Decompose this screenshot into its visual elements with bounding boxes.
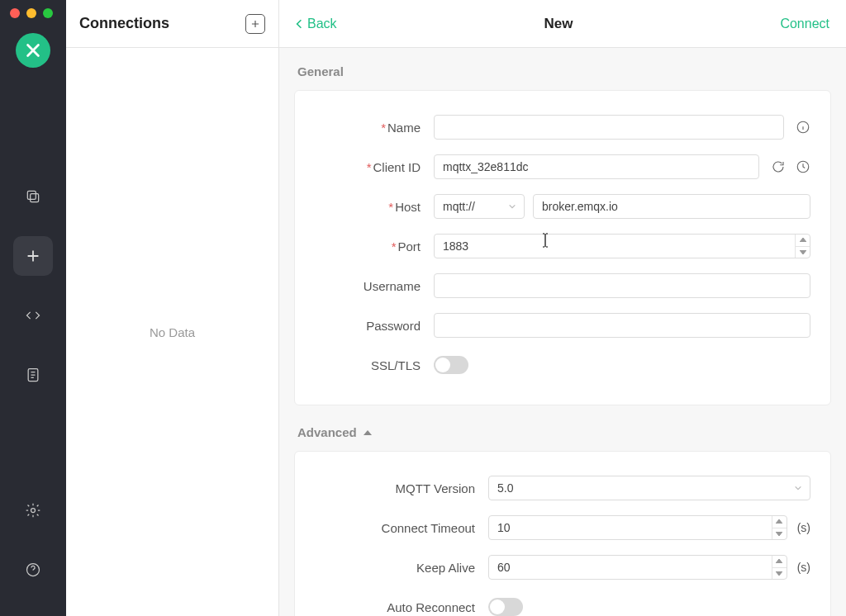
logo-x-icon xyxy=(24,41,42,59)
connections-empty: No Data xyxy=(66,48,278,616)
caret-down-icon xyxy=(776,571,782,576)
scheme-select[interactable] xyxy=(434,194,525,219)
host-label-text: Host xyxy=(395,200,421,214)
nav-script-icon[interactable] xyxy=(13,296,53,335)
window-traffic-lights xyxy=(10,8,53,18)
mqtt-version-select[interactable] xyxy=(488,476,810,500)
caret-up-icon xyxy=(364,430,372,435)
row-username: Username xyxy=(315,268,810,304)
app-logo xyxy=(16,33,50,68)
copy-icon xyxy=(25,188,41,205)
ct-step-down[interactable] xyxy=(772,528,787,540)
username-label: Username xyxy=(315,279,434,293)
port-label-text: Port xyxy=(397,239,421,254)
keep-alive-stepper[interactable] xyxy=(772,556,787,579)
port-label: *Port xyxy=(315,239,434,254)
clientid-label: *Client ID xyxy=(315,160,434,174)
plus-small-icon xyxy=(250,18,261,30)
keep-alive-input[interactable] xyxy=(488,555,787,580)
info-icon[interactable] xyxy=(796,120,810,135)
keep-alive-label: Keep Alive xyxy=(315,561,488,575)
connections-title: Connections xyxy=(79,15,169,32)
minimize-window-button[interactable] xyxy=(26,8,36,18)
connect-timeout-input[interactable] xyxy=(488,515,787,540)
connections-header: Connections xyxy=(66,0,278,48)
clock-icon[interactable] xyxy=(796,159,810,174)
nav-help[interactable] xyxy=(13,550,53,590)
clientid-input[interactable] xyxy=(434,154,759,179)
svg-rect-1 xyxy=(31,194,39,202)
row-client-id: *Client ID xyxy=(315,149,810,185)
port-stepper[interactable] xyxy=(795,235,810,258)
scheme-value[interactable] xyxy=(434,194,525,219)
connect-button[interactable]: Connect xyxy=(780,17,829,31)
back-button[interactable]: Back xyxy=(296,17,337,31)
password-label: Password xyxy=(315,319,434,333)
row-port: *Port xyxy=(315,228,810,264)
port-step-down[interactable] xyxy=(796,246,810,258)
nav-copy-icon[interactable] xyxy=(13,177,53,216)
ka-step-up[interactable] xyxy=(772,556,787,567)
file-icon xyxy=(25,367,41,383)
port-step-up[interactable] xyxy=(796,235,810,246)
back-label: Back xyxy=(307,17,337,31)
svg-point-3 xyxy=(31,509,36,513)
name-input[interactable] xyxy=(434,115,784,140)
name-label: *Name xyxy=(315,121,434,135)
ct-unit: (s) xyxy=(797,521,810,534)
row-connect-timeout: Connect Timeout (s) xyxy=(315,509,810,546)
advanced-card: MQTT Version Connect Timeout xyxy=(294,451,831,616)
detail-body: General *Name *Client ID xyxy=(279,48,846,616)
port-input[interactable] xyxy=(434,234,810,258)
refresh-icon[interactable] xyxy=(771,159,786,174)
connect-timeout-stepper[interactable] xyxy=(772,516,787,539)
mqtt-version-label: MQTT Version xyxy=(315,481,488,495)
plus-icon xyxy=(24,247,42,265)
code-icon xyxy=(25,307,41,324)
ssl-toggle[interactable] xyxy=(434,356,468,374)
detail-panel: Back New Connect General *Name *Client I… xyxy=(279,0,846,616)
ssl-label: SSL/TLS xyxy=(315,358,434,372)
zoom-window-button[interactable] xyxy=(43,8,53,18)
add-connection-button[interactable] xyxy=(245,14,265,34)
chevron-left-icon xyxy=(296,18,302,30)
mqtt-version-value[interactable] xyxy=(488,476,810,500)
row-host: *Host xyxy=(315,188,810,225)
host-label: *Host xyxy=(315,200,434,214)
advanced-section-label[interactable]: Advanced xyxy=(297,425,831,439)
help-icon xyxy=(25,562,41,578)
caret-down-icon xyxy=(776,532,782,536)
connections-panel: Connections No Data xyxy=(66,0,279,616)
host-input[interactable] xyxy=(533,194,810,219)
ka-unit: (s) xyxy=(797,561,810,574)
gear-icon xyxy=(25,502,41,519)
row-keep-alive: Keep Alive (s) xyxy=(315,549,810,585)
connect-timeout-label: Connect Timeout xyxy=(315,521,488,535)
advanced-section-text: Advanced xyxy=(297,425,357,439)
row-auto-reconnect: Auto Reconnect xyxy=(315,589,810,616)
name-label-text: Name xyxy=(387,121,421,135)
caret-down-icon xyxy=(800,250,806,254)
clientid-label-text: Client ID xyxy=(373,160,421,174)
nav-new-button[interactable] xyxy=(13,236,53,276)
row-name: *Name xyxy=(315,109,810,145)
caret-up-icon xyxy=(776,519,782,524)
caret-up-icon xyxy=(776,559,782,563)
icon-sidebar xyxy=(0,0,66,616)
close-window-button[interactable] xyxy=(10,8,20,18)
nav-settings[interactable] xyxy=(13,490,53,530)
ka-step-down[interactable] xyxy=(772,567,787,580)
password-input[interactable] xyxy=(434,313,810,338)
ct-step-up[interactable] xyxy=(772,516,787,528)
page-title: New xyxy=(544,16,573,32)
row-mqtt-version: MQTT Version xyxy=(315,470,810,506)
app-root: Connections No Data Back New Connect Gen… xyxy=(0,0,846,616)
auto-reconnect-toggle[interactable] xyxy=(488,598,523,616)
nav-log-icon[interactable] xyxy=(13,355,53,395)
svg-rect-0 xyxy=(27,191,36,199)
username-input[interactable] xyxy=(434,273,810,298)
general-card: *Name *Client ID *Host xyxy=(294,90,831,405)
row-ssl: SSL/TLS xyxy=(315,347,810,383)
auto-reconnect-label: Auto Reconnect xyxy=(315,600,488,614)
row-password: Password xyxy=(315,307,810,344)
